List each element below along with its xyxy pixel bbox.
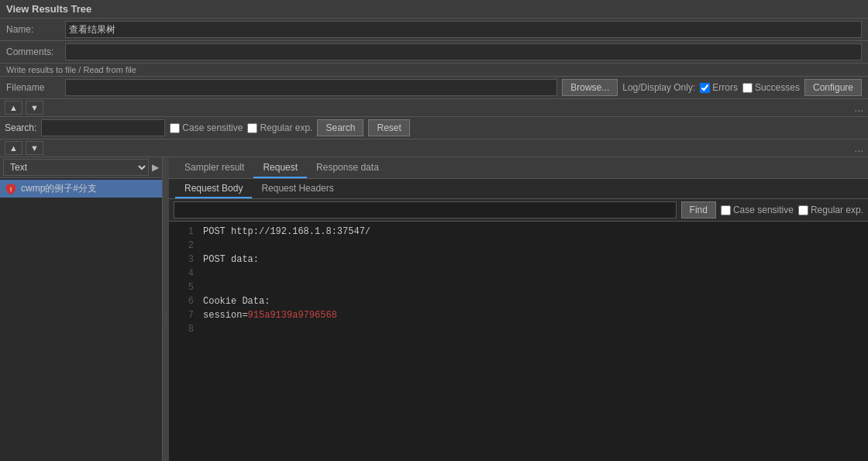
case-sensitive-label[interactable]: Case sensitive [170, 122, 243, 133]
find-regular-exp-checkbox[interactable] [798, 205, 808, 215]
line-number: 5 [175, 282, 194, 293]
line-number: 7 [175, 310, 194, 321]
configure-button[interactable]: Configure [804, 79, 862, 96]
search-button[interactable]: Search [317, 119, 363, 136]
left-toolbar: Text ▶ [0, 157, 162, 178]
regular-exp-label[interactable]: Regular exp. [247, 122, 312, 133]
list-item[interactable]: ! cwmp的例子#分支 [0, 180, 162, 198]
comments-row: Comments: [0, 41, 868, 64]
sub-tab-body[interactable]: Request Body [175, 180, 252, 198]
find-case-sensitive-checkbox[interactable] [721, 205, 731, 215]
find-regular-exp-label[interactable]: Regular exp. [798, 205, 863, 215]
content-area: Text ▶ ! cwmp的例子#分支 ⋮ Sampler result Req… [0, 157, 868, 461]
filename-row: Filename Browse... Log/Display Only: Err… [0, 77, 868, 99]
code-line: 4 [169, 268, 868, 282]
errors-checkbox[interactable] [700, 83, 710, 93]
sub-tabs: Request Body Request Headers [169, 179, 868, 199]
line-number: 1 [175, 226, 194, 237]
ellipsis-2: ... [854, 142, 863, 154]
regular-exp-checkbox[interactable] [247, 123, 257, 133]
log-display: Log/Display Only: Errors Successes Confi… [622, 79, 862, 96]
file-note: Write results to file / Read from file [0, 64, 868, 77]
filename-input[interactable] [65, 79, 557, 96]
code-area: 1POST http://192.168.1.8:37547/23POST da… [169, 222, 868, 461]
line-number: 2 [175, 240, 194, 251]
panel-divider[interactable]: ⋮ [163, 157, 169, 461]
line-content: session=915a9139a9796568 [203, 310, 337, 321]
case-sensitive-checkbox[interactable] [170, 123, 180, 133]
successes-label: Successes [755, 82, 800, 93]
find-case-sensitive-label[interactable]: Case sensitive [721, 205, 794, 215]
name-label: Name: [6, 24, 60, 35]
code-line: 6Cookie Data: [169, 296, 868, 310]
code-line: 5 [169, 282, 868, 296]
filename-label: Filename [6, 82, 60, 93]
line-number: 4 [175, 268, 194, 279]
code-line: 1POST http://192.168.1.8:37547/ [169, 226, 868, 240]
toolbar-down-btn-2[interactable]: ▼ [26, 141, 43, 155]
line-number: 6 [175, 296, 194, 307]
tab-sampler[interactable]: Sampler result [175, 158, 253, 178]
main-tabs: Sampler result Request Response data [169, 157, 868, 179]
search-input[interactable] [41, 119, 165, 136]
code-part: session= [203, 310, 248, 321]
code-part: POST http://192.168.1.8:37547/ [203, 226, 370, 237]
chevron-icon: ▶ [152, 162, 159, 173]
code-part: 915a9139a9796568 [248, 310, 337, 321]
errors-checkbox-label[interactable]: Errors [700, 82, 738, 93]
search-row: Search: Case sensitive Regular exp. Sear… [0, 117, 868, 139]
name-input[interactable] [65, 21, 862, 38]
line-number: 8 [175, 324, 194, 335]
line-content: POST http://192.168.1.8:37547/ [203, 226, 370, 237]
code-line: 2 [169, 240, 868, 254]
find-button[interactable]: Find [681, 201, 716, 218]
comments-label: Comments: [6, 46, 60, 57]
code-part: POST data: [203, 254, 259, 265]
toolbar-down-btn-1[interactable]: ▼ [26, 101, 43, 115]
tab-request[interactable]: Request [253, 158, 307, 178]
line-content: POST data: [203, 254, 259, 265]
type-select[interactable]: Text [3, 159, 149, 176]
sub-tab-headers[interactable]: Request Headers [252, 180, 343, 198]
right-panel: Sampler result Request Response data Req… [169, 157, 868, 461]
svg-text:!: ! [10, 186, 12, 193]
code-part: Cookie Data: [203, 296, 270, 307]
window-title: View Results Tree [6, 3, 91, 15]
reset-button[interactable]: Reset [368, 119, 409, 136]
line-content: Cookie Data: [203, 296, 270, 307]
toolbar-row-1: ▲ ▼ ... [0, 99, 868, 117]
toolbar-up-btn-2[interactable]: ▲ [5, 141, 22, 155]
ellipsis-1: ... [854, 101, 863, 114]
toolbar-up-btn-1[interactable]: ▲ [5, 101, 22, 115]
code-line: 7session=915a9139a9796568 [169, 310, 868, 324]
title-bar: View Results Tree [0, 0, 868, 19]
find-input[interactable] [174, 201, 677, 218]
find-row: Find Case sensitive Regular exp. [169, 199, 868, 222]
left-panel: Text ▶ ! cwmp的例子#分支 [0, 157, 163, 461]
comments-input[interactable] [65, 43, 862, 60]
code-line: 8 [169, 324, 868, 338]
successes-checkbox-label[interactable]: Successes [742, 82, 800, 93]
line-number: 3 [175, 254, 194, 265]
errors-label: Errors [712, 82, 738, 93]
tab-response[interactable]: Response data [307, 158, 388, 178]
search-label: Search: [5, 122, 36, 133]
code-line: 3POST data: [169, 254, 868, 268]
log-display-label: Log/Display Only: [622, 82, 695, 93]
toolbar-row-2: ▲ ▼ ... [0, 139, 868, 157]
name-row: Name: [0, 19, 868, 41]
list-item-text: cwmp的例子#分支 [21, 182, 97, 195]
error-shield-icon: ! [5, 183, 17, 195]
left-list: ! cwmp的例子#分支 [0, 178, 162, 461]
successes-checkbox[interactable] [742, 83, 753, 93]
browse-button[interactable]: Browse... [562, 79, 618, 96]
